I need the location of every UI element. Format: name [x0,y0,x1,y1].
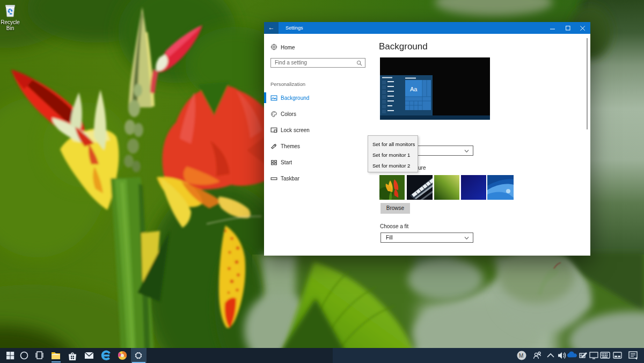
svg-text:M: M [519,353,523,359]
svg-text:Aa: Aa [410,86,418,92]
